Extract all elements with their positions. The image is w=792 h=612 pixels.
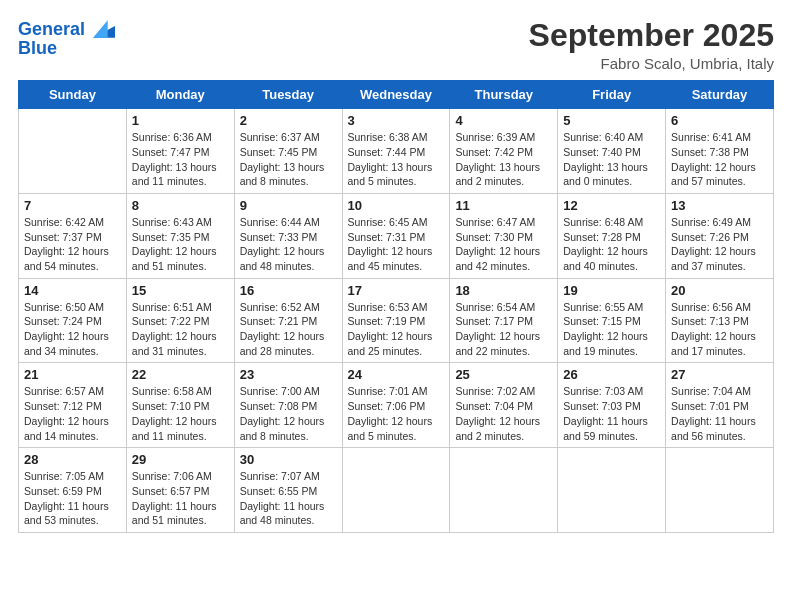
- day-info: Sunrise: 6:43 AMSunset: 7:35 PMDaylight:…: [132, 215, 229, 274]
- day-number: 26: [563, 367, 660, 382]
- day-info: Sunrise: 7:00 AMSunset: 7:08 PMDaylight:…: [240, 384, 337, 443]
- day-cell-29: 29Sunrise: 7:06 AMSunset: 6:57 PMDayligh…: [126, 448, 234, 533]
- week-row-4: 21Sunrise: 6:57 AMSunset: 7:12 PMDayligh…: [19, 363, 774, 448]
- day-cell-10: 10Sunrise: 6:45 AMSunset: 7:31 PMDayligh…: [342, 193, 450, 278]
- day-info: Sunrise: 6:53 AMSunset: 7:19 PMDaylight:…: [348, 300, 445, 359]
- day-info: Sunrise: 7:03 AMSunset: 7:03 PMDaylight:…: [563, 384, 660, 443]
- day-cell-2: 2Sunrise: 6:37 AMSunset: 7:45 PMDaylight…: [234, 109, 342, 194]
- day-number: 8: [132, 198, 229, 213]
- day-cell-1: 1Sunrise: 6:36 AMSunset: 7:47 PMDaylight…: [126, 109, 234, 194]
- day-cell-16: 16Sunrise: 6:52 AMSunset: 7:21 PMDayligh…: [234, 278, 342, 363]
- day-info: Sunrise: 6:36 AMSunset: 7:47 PMDaylight:…: [132, 130, 229, 189]
- empty-cell: [666, 448, 774, 533]
- day-info: Sunrise: 7:04 AMSunset: 7:01 PMDaylight:…: [671, 384, 768, 443]
- day-number: 11: [455, 198, 552, 213]
- day-number: 4: [455, 113, 552, 128]
- day-info: Sunrise: 6:42 AMSunset: 7:37 PMDaylight:…: [24, 215, 121, 274]
- day-info: Sunrise: 6:48 AMSunset: 7:28 PMDaylight:…: [563, 215, 660, 274]
- day-number: 1: [132, 113, 229, 128]
- day-cell-4: 4Sunrise: 6:39 AMSunset: 7:42 PMDaylight…: [450, 109, 558, 194]
- logo: General Blue: [18, 18, 115, 59]
- day-cell-14: 14Sunrise: 6:50 AMSunset: 7:24 PMDayligh…: [19, 278, 127, 363]
- day-cell-6: 6Sunrise: 6:41 AMSunset: 7:38 PMDaylight…: [666, 109, 774, 194]
- empty-cell: [342, 448, 450, 533]
- day-number: 3: [348, 113, 445, 128]
- svg-marker-1: [93, 20, 108, 38]
- day-number: 27: [671, 367, 768, 382]
- day-cell-24: 24Sunrise: 7:01 AMSunset: 7:06 PMDayligh…: [342, 363, 450, 448]
- day-info: Sunrise: 6:44 AMSunset: 7:33 PMDaylight:…: [240, 215, 337, 274]
- day-info: Sunrise: 6:52 AMSunset: 7:21 PMDaylight:…: [240, 300, 337, 359]
- day-info: Sunrise: 6:41 AMSunset: 7:38 PMDaylight:…: [671, 130, 768, 189]
- title-block: September 2025 Fabro Scalo, Umbria, Ital…: [529, 18, 774, 72]
- col-header-friday: Friday: [558, 81, 666, 109]
- day-cell-9: 9Sunrise: 6:44 AMSunset: 7:33 PMDaylight…: [234, 193, 342, 278]
- day-info: Sunrise: 6:51 AMSunset: 7:22 PMDaylight:…: [132, 300, 229, 359]
- empty-cell: [558, 448, 666, 533]
- day-cell-27: 27Sunrise: 7:04 AMSunset: 7:01 PMDayligh…: [666, 363, 774, 448]
- day-cell-17: 17Sunrise: 6:53 AMSunset: 7:19 PMDayligh…: [342, 278, 450, 363]
- day-info: Sunrise: 6:54 AMSunset: 7:17 PMDaylight:…: [455, 300, 552, 359]
- week-row-5: 28Sunrise: 7:05 AMSunset: 6:59 PMDayligh…: [19, 448, 774, 533]
- day-cell-8: 8Sunrise: 6:43 AMSunset: 7:35 PMDaylight…: [126, 193, 234, 278]
- day-number: 12: [563, 198, 660, 213]
- day-number: 28: [24, 452, 121, 467]
- day-number: 30: [240, 452, 337, 467]
- day-cell-25: 25Sunrise: 7:02 AMSunset: 7:04 PMDayligh…: [450, 363, 558, 448]
- day-info: Sunrise: 7:05 AMSunset: 6:59 PMDaylight:…: [24, 469, 121, 528]
- month-title: September 2025: [529, 18, 774, 53]
- day-info: Sunrise: 6:50 AMSunset: 7:24 PMDaylight:…: [24, 300, 121, 359]
- day-number: 21: [24, 367, 121, 382]
- day-info: Sunrise: 6:40 AMSunset: 7:40 PMDaylight:…: [563, 130, 660, 189]
- day-number: 18: [455, 283, 552, 298]
- day-cell-18: 18Sunrise: 6:54 AMSunset: 7:17 PMDayligh…: [450, 278, 558, 363]
- day-number: 25: [455, 367, 552, 382]
- week-row-2: 7Sunrise: 6:42 AMSunset: 7:37 PMDaylight…: [19, 193, 774, 278]
- day-number: 29: [132, 452, 229, 467]
- day-cell-20: 20Sunrise: 6:56 AMSunset: 7:13 PMDayligh…: [666, 278, 774, 363]
- day-number: 7: [24, 198, 121, 213]
- day-info: Sunrise: 7:07 AMSunset: 6:55 PMDaylight:…: [240, 469, 337, 528]
- day-cell-12: 12Sunrise: 6:48 AMSunset: 7:28 PMDayligh…: [558, 193, 666, 278]
- calendar-header-row: SundayMondayTuesdayWednesdayThursdayFrid…: [19, 81, 774, 109]
- day-info: Sunrise: 6:55 AMSunset: 7:15 PMDaylight:…: [563, 300, 660, 359]
- day-info: Sunrise: 6:37 AMSunset: 7:45 PMDaylight:…: [240, 130, 337, 189]
- week-row-3: 14Sunrise: 6:50 AMSunset: 7:24 PMDayligh…: [19, 278, 774, 363]
- day-cell-13: 13Sunrise: 6:49 AMSunset: 7:26 PMDayligh…: [666, 193, 774, 278]
- empty-cell: [450, 448, 558, 533]
- day-number: 14: [24, 283, 121, 298]
- day-info: Sunrise: 6:56 AMSunset: 7:13 PMDaylight:…: [671, 300, 768, 359]
- day-info: Sunrise: 7:06 AMSunset: 6:57 PMDaylight:…: [132, 469, 229, 528]
- col-header-wednesday: Wednesday: [342, 81, 450, 109]
- day-cell-3: 3Sunrise: 6:38 AMSunset: 7:44 PMDaylight…: [342, 109, 450, 194]
- location: Fabro Scalo, Umbria, Italy: [529, 55, 774, 72]
- day-info: Sunrise: 7:02 AMSunset: 7:04 PMDaylight:…: [455, 384, 552, 443]
- day-info: Sunrise: 6:45 AMSunset: 7:31 PMDaylight:…: [348, 215, 445, 274]
- day-number: 17: [348, 283, 445, 298]
- col-header-monday: Monday: [126, 81, 234, 109]
- day-number: 10: [348, 198, 445, 213]
- day-number: 19: [563, 283, 660, 298]
- day-info: Sunrise: 6:57 AMSunset: 7:12 PMDaylight:…: [24, 384, 121, 443]
- day-cell-26: 26Sunrise: 7:03 AMSunset: 7:03 PMDayligh…: [558, 363, 666, 448]
- day-number: 5: [563, 113, 660, 128]
- day-cell-19: 19Sunrise: 6:55 AMSunset: 7:15 PMDayligh…: [558, 278, 666, 363]
- day-info: Sunrise: 6:49 AMSunset: 7:26 PMDaylight:…: [671, 215, 768, 274]
- day-info: Sunrise: 6:58 AMSunset: 7:10 PMDaylight:…: [132, 384, 229, 443]
- col-header-saturday: Saturday: [666, 81, 774, 109]
- col-header-thursday: Thursday: [450, 81, 558, 109]
- col-header-sunday: Sunday: [19, 81, 127, 109]
- day-cell-22: 22Sunrise: 6:58 AMSunset: 7:10 PMDayligh…: [126, 363, 234, 448]
- day-number: 9: [240, 198, 337, 213]
- col-header-tuesday: Tuesday: [234, 81, 342, 109]
- day-number: 24: [348, 367, 445, 382]
- day-number: 13: [671, 198, 768, 213]
- empty-cell: [19, 109, 127, 194]
- day-number: 2: [240, 113, 337, 128]
- logo-icon: [93, 18, 115, 40]
- day-cell-28: 28Sunrise: 7:05 AMSunset: 6:59 PMDayligh…: [19, 448, 127, 533]
- day-number: 23: [240, 367, 337, 382]
- calendar: SundayMondayTuesdayWednesdayThursdayFrid…: [18, 80, 774, 533]
- header: General Blue September 2025 Fabro Scalo,…: [18, 18, 774, 72]
- day-number: 16: [240, 283, 337, 298]
